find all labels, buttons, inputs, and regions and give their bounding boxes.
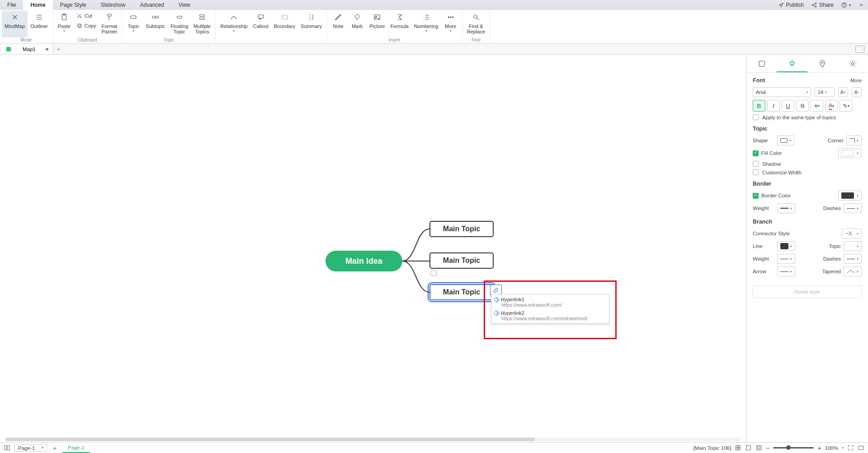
bold-button[interactable]: B — [753, 100, 765, 112]
svg-point-25 — [473, 15, 477, 19]
topic-node-2[interactable]: Main Topic — [429, 252, 494, 269]
menu-page-style[interactable]: Page Style — [53, 0, 94, 10]
mark-button[interactable]: Mark — [348, 11, 367, 37]
menu-file[interactable]: File — [0, 0, 23, 10]
menu-home[interactable]: Home — [23, 0, 52, 10]
fit-page-icon[interactable] — [755, 444, 762, 451]
highlight-button[interactable]: ✎▾ — [840, 100, 852, 112]
relationship-button[interactable]: Relationship — [217, 11, 250, 42]
collapse-ribbon-button[interactable] — [854, 2, 868, 8]
font-size-select[interactable]: 14▾ — [815, 87, 835, 97]
share-button[interactable]: Share — [807, 2, 837, 8]
paste-button[interactable]: Paste — [55, 11, 74, 37]
reset-style-button[interactable]: Reset style — [753, 285, 862, 298]
font-family-select[interactable]: Arial▾ — [753, 87, 811, 97]
border-color-checkbox[interactable] — [753, 193, 759, 199]
branch-tapered-select[interactable]: ▾ — [844, 266, 862, 276]
picture-button[interactable]: Picture — [367, 11, 387, 37]
page-tab-1[interactable]: Page-1 — [62, 443, 90, 453]
outliner-mode-button[interactable]: Outliner — [28, 11, 51, 37]
hyperlink-item-2[interactable]: Hyperlink2 https://www.edrawsoft.com/edr… — [491, 309, 609, 322]
document-tab-1[interactable]: Map1 — [2, 44, 53, 54]
summary-button[interactable]: Summary — [298, 11, 325, 42]
menu-view[interactable]: View — [171, 0, 198, 10]
globe-icon — [494, 297, 499, 302]
formula-button[interactable]: Formula — [387, 11, 411, 37]
connector-style-select[interactable]: ▾ — [842, 229, 862, 238]
branch-arrow-select[interactable]: ▾ — [777, 266, 795, 276]
italic-button[interactable]: I — [767, 100, 780, 112]
shape-select[interactable]: ▾ — [777, 135, 794, 145]
svg-rect-31 — [736, 446, 738, 448]
svg-rect-16 — [200, 18, 205, 20]
fill-color-select[interactable]: ▾ — [838, 148, 862, 158]
side-tab-style[interactable] — [777, 55, 807, 72]
boundary-button[interactable]: Boundary — [271, 11, 298, 42]
copy-button[interactable]: Copy — [74, 21, 99, 31]
corner-select[interactable]: ▾ — [846, 135, 862, 145]
apply-same-checkbox[interactable] — [753, 114, 759, 120]
page-select[interactable]: Page-1 — [14, 444, 47, 452]
font-color-button[interactable]: A▾ — [825, 100, 838, 112]
strikethrough-button[interactable]: S — [796, 100, 809, 112]
callout-button[interactable]: Callout — [250, 11, 271, 42]
border-weight-label: Weight — [753, 205, 774, 211]
side-tab-settings[interactable] — [838, 55, 868, 72]
branch-topic-select[interactable]: ▾ — [844, 241, 862, 251]
note-button[interactable]: Note — [329, 11, 348, 37]
svg-point-1 — [815, 3, 816, 4]
zoom-value[interactable]: 100% — [825, 445, 838, 451]
border-dashes-select[interactable]: ▾ — [844, 203, 862, 213]
side-tab-map[interactable] — [807, 55, 838, 72]
add-page-button[interactable]: + — [51, 444, 59, 452]
align-button[interactable]: ≡▾ — [811, 100, 823, 112]
side-tab-layout[interactable] — [746, 55, 777, 72]
border-color-select[interactable]: ▾ — [838, 191, 862, 201]
horizontal-scrollbar[interactable] — [5, 438, 741, 442]
fit-width-icon[interactable] — [858, 444, 864, 451]
hyperlink-item-1[interactable]: Hyperlink1 https://www.edrawsoft.com/ — [491, 295, 609, 309]
menu-advanced[interactable]: Advanced — [132, 0, 171, 10]
view-single-icon[interactable] — [745, 444, 752, 451]
tabrow-view-toggle[interactable] — [855, 46, 864, 53]
numbering-button[interactable]: Numbering — [411, 11, 441, 37]
topic-expand-handle[interactable] — [430, 271, 437, 276]
branch-weight-select[interactable]: ▾ — [777, 254, 795, 264]
view-grid-icon[interactable] — [735, 444, 741, 451]
mindmap-mode-button[interactable]: MindMap — [2, 11, 28, 37]
zoom-slider[interactable] — [773, 447, 814, 448]
subtopic-button[interactable]: Subtopic — [143, 11, 168, 37]
globe-icon — [494, 311, 499, 316]
publish-button[interactable]: Publish — [774, 2, 807, 8]
menu-slideshow[interactable]: Slideshow — [94, 0, 133, 10]
canvas[interactable]: Main Idea Main Topic Main Topic Main Top… — [0, 55, 746, 442]
zoom-out-button[interactable]: − — [766, 444, 769, 452]
floating-topic-button[interactable]: Floating Topic — [168, 11, 191, 37]
find-replace-button[interactable]: Find & Replace — [464, 11, 488, 37]
zoom-in-button[interactable]: + — [817, 444, 821, 452]
format-painter-button[interactable]: Format Painter — [99, 11, 120, 37]
increase-font-button[interactable]: A+ — [838, 87, 848, 97]
topic-button[interactable]: Topic — [124, 11, 143, 37]
fill-color-checkbox[interactable] — [753, 150, 759, 156]
shadow-checkbox[interactable] — [753, 161, 759, 167]
add-tab-button[interactable]: + — [53, 46, 64, 53]
decrease-font-button[interactable]: A- — [852, 87, 862, 97]
pages-panel-icon[interactable] — [4, 444, 10, 451]
branch-line-color-select[interactable]: ▾ — [777, 241, 795, 251]
branch-dashes-select[interactable]: ▾ — [844, 254, 862, 264]
underline-button[interactable]: U — [782, 100, 794, 112]
customize-width-checkbox[interactable] — [753, 169, 759, 175]
topic-node-1[interactable]: Main Topic — [429, 221, 494, 237]
ribbon-group-mode-label: Mode — [2, 37, 51, 43]
help-button[interactable]: ▾ — [837, 2, 854, 8]
multiple-topics-button[interactable]: Multiple Topics — [191, 11, 213, 37]
cut-button[interactable]: Cut — [74, 11, 99, 21]
ribbon-group-insert-label: Insert — [329, 37, 460, 43]
font-more-link[interactable]: More — [850, 78, 862, 83]
fullscreen-icon[interactable] — [847, 444, 854, 451]
workspace: Main Idea Main Topic Main Topic Main Top… — [0, 55, 868, 442]
main-idea-node[interactable]: Main Idea — [326, 251, 402, 271]
border-weight-select[interactable]: ▾ — [777, 203, 795, 213]
insert-more-button[interactable]: More — [441, 11, 460, 37]
